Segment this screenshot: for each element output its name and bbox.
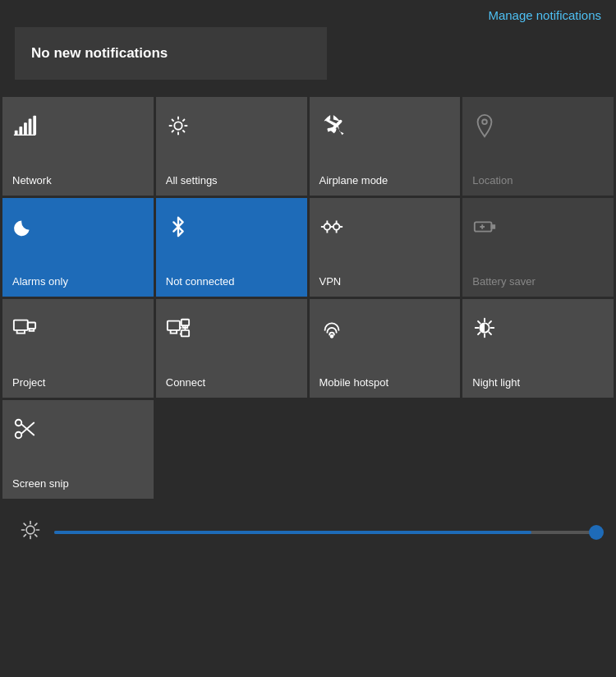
scissors-icon [12,417,37,444]
no-notifications-box: No new notifications [15,27,327,80]
tile-project[interactable]: Project [2,299,154,398]
svg-point-18 [16,432,22,439]
connect-icon [166,315,191,343]
svg-rect-12 [28,322,35,329]
svg-point-19 [16,420,22,426]
no-notifications-text: No new notifications [31,45,168,61]
network-icon [12,113,37,141]
svg-rect-15 [182,330,189,337]
project-icon [12,315,37,343]
nightlight-icon [472,315,497,343]
tile-network[interactable]: Network [2,97,154,196]
tile-airplane-label: Airplane mode [319,174,388,187]
tile-alarms-label: Alarms only [12,275,68,288]
brightness-slider-fill [54,531,531,534]
svg-rect-4 [33,116,36,135]
tile-network-label: Network [12,174,52,187]
tile-connect[interactable]: Connect [156,299,307,398]
svg-rect-14 [182,320,189,326]
location-icon [472,113,497,141]
svg-rect-1 [19,127,22,135]
svg-rect-0 [15,131,18,136]
brightness-slider-area [0,504,616,560]
tile-screen-snip-label: Screen snip [12,477,69,490]
battery-icon [472,214,497,242]
tile-location-label: Location [472,174,513,187]
brightness-icon [20,519,41,546]
tile-project-label: Project [12,376,45,389]
manage-notifications-link[interactable]: Manage notifications [488,8,601,22]
svg-point-16 [330,335,333,338]
svg-rect-2 [24,122,27,135]
tile-mobile-hotspot[interactable]: Mobile hotspot [310,299,461,398]
quick-actions-grid: Network All settings Airplane mode [0,94,616,501]
settings-icon [166,113,191,141]
tile-vpn-label: VPN [319,275,342,288]
tile-battery-saver-label: Battery saver [472,275,536,288]
tile-all-settings-label: All settings [166,174,218,187]
svg-point-9 [333,223,339,230]
svg-point-20 [26,526,34,534]
svg-point-6 [174,122,182,129]
bluetooth-icon [166,214,191,242]
svg-point-7 [482,120,487,125]
tile-not-connected-label: Not connected [166,275,235,288]
airplane-icon [319,113,344,141]
moon-icon [12,214,37,242]
tile-screen-snip[interactable]: Screen snip [2,400,154,499]
hotspot-icon [319,315,344,343]
tile-battery-saver[interactable]: Battery saver [462,198,614,297]
tile-alarms-only[interactable]: Alarms only [2,198,154,297]
top-bar: Manage notifications [0,0,616,27]
tile-night-light[interactable]: Night light [462,299,614,398]
svg-rect-3 [29,119,32,136]
tile-mobile-hotspot-label: Mobile hotspot [319,376,389,389]
tile-not-connected[interactable]: Not connected [156,198,307,297]
notification-area: No new notifications [0,27,616,94]
tile-connect-label: Connect [166,376,205,389]
tile-all-settings[interactable]: All settings [156,97,307,196]
action-center: Manage notifications No new notification… [0,0,616,677]
tile-vpn[interactable]: VPN [310,198,461,297]
svg-point-8 [324,223,330,230]
vpn-icon [319,214,344,242]
svg-rect-11 [14,320,28,330]
brightness-slider-track[interactable] [54,531,596,534]
svg-rect-13 [168,321,180,330]
brightness-slider-thumb[interactable] [589,525,604,540]
tile-location[interactable]: Location [462,97,614,196]
tile-night-light-label: Night light [472,376,520,389]
tile-airplane-mode[interactable]: Airplane mode [310,97,461,196]
